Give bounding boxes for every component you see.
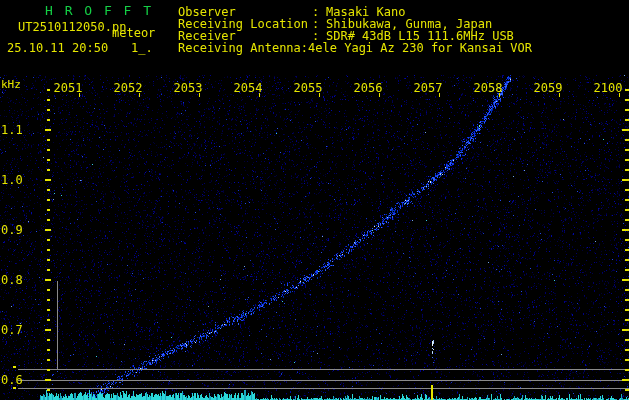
receiver-info-row: Receiving Antenna:4ele Yagi Az 230 for K…	[178, 42, 518, 54]
y-axis-unit-label: kHz	[1, 79, 21, 90]
time-tick-label: 2051	[53, 82, 83, 94]
time-tick-label: 2059	[533, 82, 563, 94]
time-tick-label: 2053	[173, 82, 203, 94]
echo-counter: 1_.	[131, 42, 153, 54]
time-tick-label: 2057	[413, 82, 443, 94]
time-tick-label: 2052	[113, 82, 143, 94]
freq-tick-label: 0.9	[1, 224, 25, 236]
time-tick-label: 2100	[593, 82, 623, 94]
hrofft-screen: H R O F F T UT2510112050.pn meteor 25.10…	[0, 0, 629, 400]
time-tick-label: 2054	[233, 82, 263, 94]
info-value: 4ele Yagi Az 230 for Kansai VOR	[308, 42, 532, 54]
freq-tick-label: 0.7	[1, 324, 25, 336]
freq-tick-label: 0.6	[1, 374, 25, 386]
time-tick-label: 2058	[473, 82, 503, 94]
freq-tick-label: 1.0	[1, 174, 25, 186]
datetime-label: 25.10.11 20:50	[7, 42, 108, 54]
freq-tick-label: 0.8	[1, 274, 25, 286]
filename-label: UT2510112050.pn	[18, 21, 126, 33]
receiver-info-block: Observer:Masaki KanoReceiving Location:S…	[178, 6, 518, 54]
app-title: H R O F F T	[45, 4, 153, 17]
spectrogram-canvas	[0, 0, 629, 400]
time-tick-label: 2056	[353, 82, 383, 94]
info-label: Receiving Antenna	[178, 42, 301, 54]
info-separator: :	[301, 42, 308, 54]
station-label: meteor	[112, 27, 155, 39]
time-tick-label: 2055	[293, 82, 323, 94]
freq-tick-label: 1.1	[1, 124, 25, 136]
